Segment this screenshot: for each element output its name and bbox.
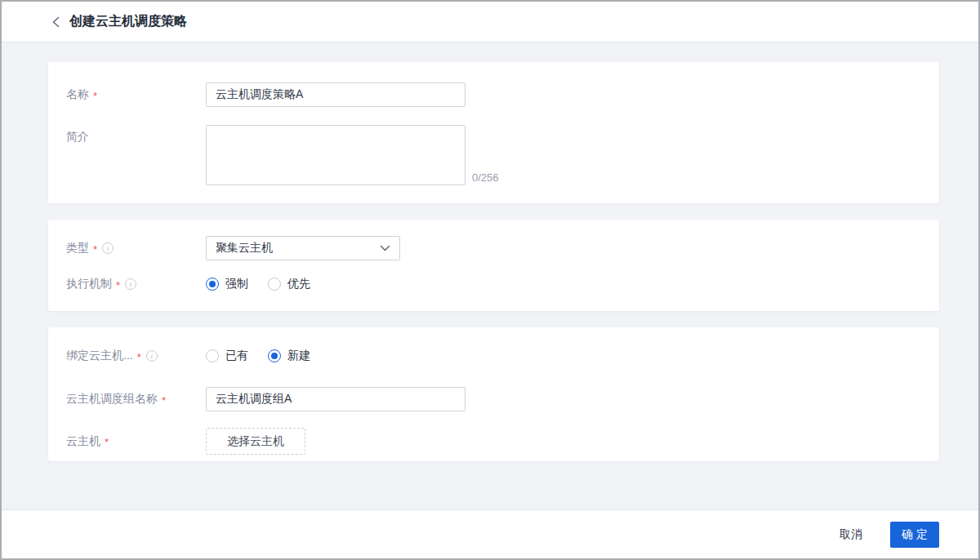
mechanism-field-row: 执行机制 * i 强制 优先	[66, 276, 939, 292]
info-icon[interactable]: i	[102, 242, 114, 254]
host-label-col: 云主机 *	[66, 428, 206, 455]
page-header: 创建云主机调度策略	[2, 2, 978, 42]
radio-existing-label: 已有	[225, 349, 248, 363]
radio-new[interactable]: 新建	[268, 349, 310, 363]
intro-label: 简介	[66, 130, 89, 144]
chevron-down-icon	[380, 245, 390, 251]
cancel-button[interactable]: 取消	[833, 522, 869, 547]
char-counter: 0/256	[472, 171, 499, 185]
type-card: 类型 * i 聚集云主机 执行机制 * i	[48, 220, 939, 311]
name-field-row: 名称 *	[66, 82, 939, 107]
type-select-value: 聚集云主机	[216, 241, 273, 256]
info-icon[interactable]: i	[125, 278, 136, 290]
bind-label: 绑定云主机...	[66, 349, 133, 363]
type-label: 类型	[66, 241, 89, 256]
required-mark: *	[116, 279, 120, 291]
footer-bar: 取消 确 定	[2, 509, 978, 558]
name-input[interactable]	[206, 82, 466, 107]
radio-selected-icon	[206, 278, 219, 291]
bind-group-card: 绑定云主机... * i 已有 新建 云主机调度组名	[48, 327, 939, 461]
confirm-button[interactable]: 确 定	[890, 522, 939, 548]
page-title: 创建云主机调度策略	[69, 13, 187, 30]
group-name-label: 云主机调度组名称	[66, 392, 158, 407]
back-button[interactable]	[48, 15, 63, 29]
intro-field-row: 简介 0/256	[66, 125, 939, 185]
intro-textarea[interactable]	[206, 125, 466, 185]
radio-selected-icon	[268, 349, 281, 362]
required-mark: *	[137, 351, 141, 363]
radio-unselected-icon	[268, 278, 281, 291]
bind-radio-group: 已有 新建	[206, 344, 310, 368]
required-mark: *	[162, 394, 166, 407]
radio-unselected-icon	[206, 349, 219, 362]
type-field-row: 类型 * i 聚集云主机	[66, 236, 939, 260]
create-scheduling-policy-page: 创建云主机调度策略 名称 * 简介 0/256	[0, 0, 980, 560]
select-host-button[interactable]: 选择云主机	[206, 428, 305, 455]
name-label-col: 名称 *	[66, 82, 206, 107]
intro-textarea-wrap: 0/256	[206, 125, 499, 185]
radio-existing[interactable]: 已有	[206, 349, 248, 363]
chevron-left-icon	[51, 16, 60, 28]
radio-new-label: 新建	[287, 349, 310, 363]
required-mark: *	[105, 436, 109, 448]
basic-info-card: 名称 * 简介 0/256	[48, 62, 939, 203]
mechanism-label-col: 执行机制 * i	[66, 276, 206, 292]
name-label: 名称	[66, 87, 89, 102]
form-content: 名称 * 简介 0/256 类型 * i	[2, 42, 978, 509]
radio-priority-label: 优先	[287, 277, 310, 291]
intro-label-col: 简介	[66, 125, 206, 149]
group-name-field-row: 云主机调度组名称 *	[66, 387, 939, 411]
bind-label-col: 绑定云主机... * i	[66, 344, 206, 368]
group-name-input[interactable]	[206, 387, 466, 411]
mechanism-radio-group: 强制 优先	[206, 276, 310, 292]
group-name-label-col: 云主机调度组名称 *	[66, 387, 206, 411]
radio-force-label: 强制	[225, 277, 248, 291]
mechanism-label: 执行机制	[66, 277, 112, 291]
bind-field-row: 绑定云主机... * i 已有 新建	[66, 344, 939, 368]
required-mark: *	[93, 243, 97, 256]
type-label-col: 类型 * i	[66, 236, 206, 260]
required-mark: *	[93, 90, 97, 102]
radio-priority[interactable]: 优先	[268, 277, 310, 291]
host-field-row: 云主机 * 选择云主机	[66, 428, 939, 455]
type-select[interactable]: 聚集云主机	[206, 236, 400, 260]
host-label: 云主机	[66, 434, 100, 449]
radio-force[interactable]: 强制	[206, 277, 248, 291]
info-icon[interactable]: i	[146, 350, 158, 362]
